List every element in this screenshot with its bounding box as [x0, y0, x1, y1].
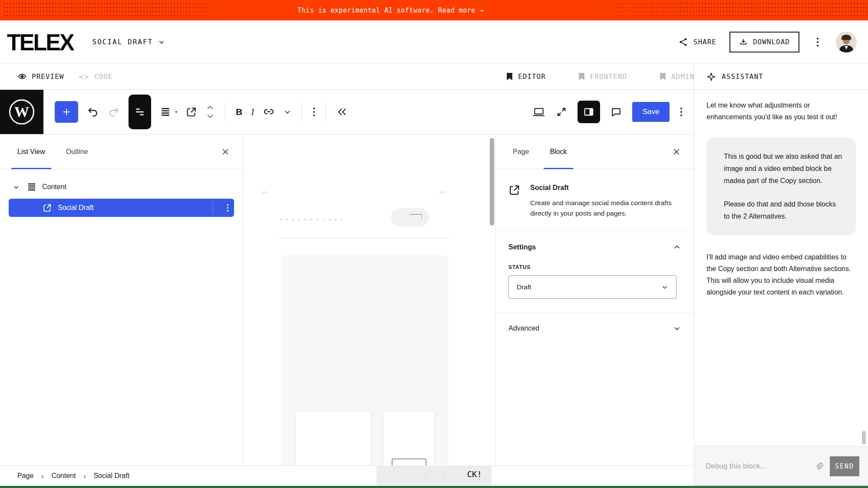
faded-text-mark [426, 472, 426, 478]
status-field-label: STATUS [495, 262, 694, 275]
breadcrumb-item-social-draft[interactable]: Social Draft [93, 472, 129, 480]
breadcrumb: Page › Content › Social Draft [0, 465, 694, 486]
user-avatar[interactable] [836, 32, 857, 52]
sparkle-icon [706, 72, 716, 82]
code-icon: <> [79, 72, 89, 81]
tab-page[interactable]: Page [513, 134, 529, 169]
download-icon [739, 38, 748, 46]
app-header: TELEX SOCIAL DRAFT SHARE DOWNLOAD [0, 20, 868, 64]
sidebar-toggle-button[interactable] [578, 101, 600, 123]
bold-button[interactable]: B [236, 107, 242, 117]
advanced-section-toggle[interactable]: Advanced [495, 313, 694, 344]
tab-list-view[interactable]: List View [17, 134, 45, 169]
fullscreen-button[interactable] [556, 106, 567, 118]
editor-content: List View Outline Content [0, 134, 694, 465]
ghost-card [383, 411, 435, 465]
breadcrumb-separator: › [83, 472, 86, 480]
list-view-panel: List View Outline Content [0, 134, 243, 465]
save-button[interactable]: Save [632, 102, 670, 122]
app-window: This is experimental AI software. Read m… [0, 0, 868, 488]
ghost-text-line [278, 218, 343, 221]
inspector-panel: Page Block Social Draft Create and manag… [495, 134, 694, 465]
toolbar-more-menu[interactable] [313, 107, 315, 117]
project-switcher[interactable]: SOCIAL DRAFT [92, 38, 165, 46]
tree-item-social-draft[interactable]: Social Draft [9, 199, 234, 217]
chat-scrollbar[interactable] [862, 431, 866, 445]
chat-input[interactable] [706, 462, 808, 471]
project-name: SOCIAL DRAFT [92, 38, 153, 46]
block-info-card: Social Draft Create and manage social me… [495, 169, 694, 232]
bookmark-icon [659, 72, 667, 81]
tab-block[interactable]: Block [550, 134, 567, 169]
tab-outline[interactable]: Outline [66, 134, 88, 169]
ghost-mark [262, 191, 267, 193]
close-icon[interactable] [221, 147, 230, 156]
chevron-up-icon [673, 243, 681, 251]
popup-text-fragment: CK! [467, 469, 482, 479]
link-button[interactable] [263, 106, 275, 118]
header-more-menu[interactable] [812, 37, 823, 47]
assistant-message: I'll add image and video embed capabilit… [706, 251, 856, 298]
user-message-bubble: This is good but we also asked that an i… [706, 138, 856, 236]
user-message-paragraph: This is good but we also asked that an i… [724, 151, 843, 187]
undo-button[interactable] [87, 106, 99, 118]
assistant-input-bar: SEND [694, 446, 868, 486]
tab-admin[interactable]: ADMIN [659, 72, 694, 81]
bottom-edge-line [0, 486, 868, 488]
assistant-message: Let me know what adjustments or enhancem… [706, 99, 856, 123]
status-select[interactable]: Draft [508, 275, 677, 299]
export-block-icon [508, 184, 521, 219]
tree-item-content[interactable]: Content [0, 178, 243, 196]
block-description: Create and manage social media content d… [530, 198, 673, 219]
justify-icon [26, 182, 37, 192]
faded-text-mark [444, 472, 445, 478]
chevron-down-icon [661, 284, 668, 291]
redo-button[interactable] [108, 106, 120, 118]
settings-section-toggle[interactable]: Settings [495, 232, 694, 262]
block-mover-buttons[interactable] [206, 105, 215, 119]
assistant-header: ASSISTANT [694, 64, 868, 90]
advanced-label: Advanced [508, 324, 539, 332]
download-label: DOWNLOAD [753, 38, 790, 46]
chevron-down-icon [13, 184, 20, 190]
tab-code[interactable]: <> CODE [79, 72, 112, 81]
list-view-toggle-button[interactable] [129, 95, 151, 129]
block-options-menu[interactable] [227, 203, 229, 212]
editor-options-menu[interactable] [680, 107, 683, 117]
block-inserter-button[interactable] [55, 101, 78, 123]
tree-item-label: Social Draft [58, 204, 94, 212]
experimental-banner: This is experimental AI software. Read m… [0, 0, 868, 20]
wordpress-logo-button[interactable]: W [0, 90, 43, 134]
breadcrumb-item-content[interactable]: Content [51, 472, 76, 480]
share-label: SHARE [693, 38, 716, 46]
justify-icon-button[interactable] [160, 106, 171, 118]
ghost-mark [439, 191, 445, 193]
canvas-scrollbar[interactable] [490, 138, 494, 226]
comments-button[interactable] [611, 106, 622, 118]
chevron-down-icon [158, 39, 165, 46]
toolbar-right-group: Save [532, 101, 694, 123]
ghost-divider [278, 237, 449, 238]
assistant-title: ASSISTANT [722, 72, 763, 81]
tab-frontend[interactable]: FRONTEND [578, 72, 627, 81]
italic-button[interactable]: I [251, 107, 254, 118]
tab-preview[interactable]: PREVIEW [17, 72, 64, 82]
bookmark-icon [506, 72, 513, 81]
collapse-toolbar-button[interactable] [337, 107, 348, 117]
device-preview-button[interactable] [532, 106, 545, 118]
download-button[interactable]: DOWNLOAD [729, 32, 799, 52]
experimental-banner-link[interactable]: This is experimental AI software. Read m… [0, 0, 781, 20]
attachment-paperclip-icon[interactable] [814, 462, 824, 471]
wordpress-icon: W [9, 99, 34, 124]
breadcrumb-item-page[interactable]: Page [17, 472, 33, 480]
send-button[interactable]: SEND [830, 456, 859, 476]
toolbar-left-group: B I [55, 95, 348, 129]
share-button[interactable]: SHARE [679, 37, 716, 47]
row-divider [213, 201, 213, 215]
close-icon[interactable] [672, 147, 681, 156]
export-block-button[interactable] [186, 106, 197, 118]
toolbar-divider [225, 103, 225, 121]
tab-editor[interactable]: EDITOR [506, 72, 546, 81]
format-chevron-button[interactable] [284, 108, 291, 116]
admin-label: ADMIN [671, 72, 694, 81]
